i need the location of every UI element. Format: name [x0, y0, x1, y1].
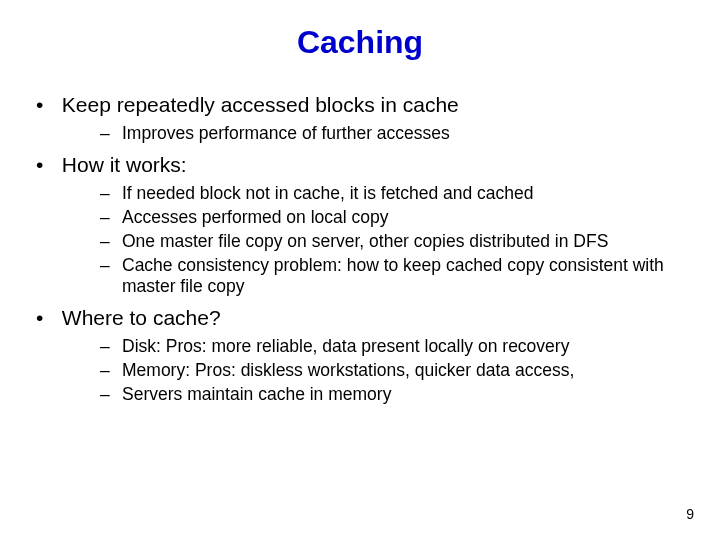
list-item: How it works: If needed block not in cac…: [56, 153, 692, 298]
sub-item: Improves performance of further accesses: [100, 123, 692, 145]
bullet-text: Keep repeatedly accessed blocks in cache: [62, 93, 459, 116]
sub-list: If needed block not in cache, it is fetc…: [56, 183, 692, 298]
list-item: Where to cache? Disk: Pros: more reliabl…: [56, 306, 692, 406]
sub-list: Disk: Pros: more reliable, data present …: [56, 336, 692, 406]
slide-title: Caching: [28, 24, 692, 61]
sub-item: Memory: Pros: diskless workstations, qui…: [100, 360, 692, 382]
sub-item: Servers maintain cache in memory: [100, 384, 692, 406]
bullet-text: Where to cache?: [62, 306, 221, 329]
bullet-text: How it works:: [62, 153, 187, 176]
list-item: Keep repeatedly accessed blocks in cache…: [56, 93, 692, 145]
sub-item: Accesses performed on local copy: [100, 207, 692, 229]
bullet-list: Keep repeatedly accessed blocks in cache…: [28, 93, 692, 406]
sub-item: One master file copy on server, other co…: [100, 231, 692, 253]
sub-list: Improves performance of further accesses: [56, 123, 692, 145]
sub-item: If needed block not in cache, it is fetc…: [100, 183, 692, 205]
page-number: 9: [686, 506, 694, 522]
sub-item: Cache consistency problem: how to keep c…: [100, 255, 692, 299]
sub-item: Disk: Pros: more reliable, data present …: [100, 336, 692, 358]
